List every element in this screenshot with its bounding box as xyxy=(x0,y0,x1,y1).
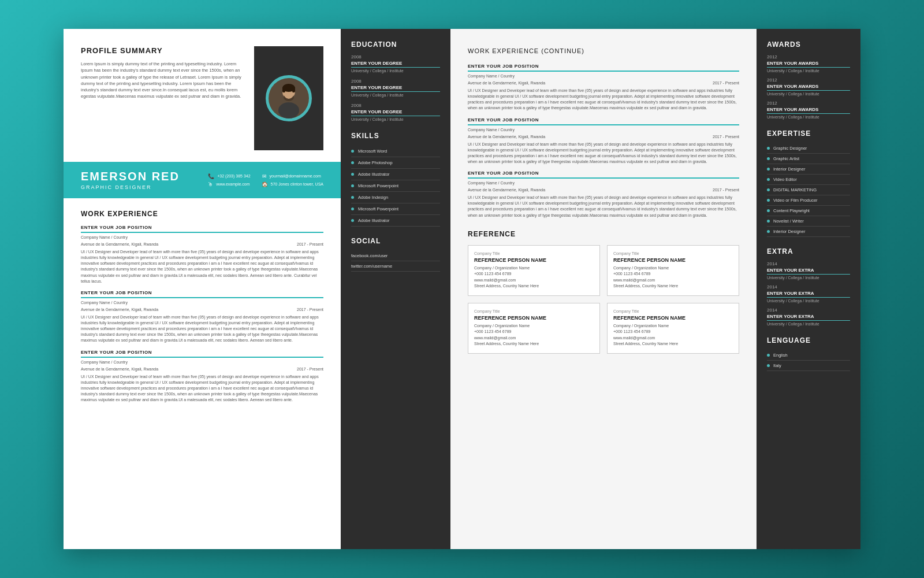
lang-dot-1 xyxy=(767,354,770,357)
expertise-4: Video Editor xyxy=(767,175,850,185)
edu-inst-3: University / Collega / Institute xyxy=(351,117,440,121)
expertise-7: Content Playwright xyxy=(767,206,850,216)
work-exp-label: WORK EXPERIENCE xyxy=(468,47,541,54)
skill-label-2: Adobe Photoshop xyxy=(358,160,393,165)
p2-job-meta-1: Company Name / Country xyxy=(468,74,739,78)
resume-container: PROFILE SUMMARY Lorem Ipsum is simply du… xyxy=(64,29,860,549)
extra-title: EXTRA xyxy=(767,247,850,255)
job-loc-2: Avenue de la Gendarmerie, Kigali, Rwanda xyxy=(81,307,158,312)
expertise-2: Graphic Artist xyxy=(767,154,850,164)
skill-5: Adobe Indesign xyxy=(351,192,440,203)
skill-bullet-2 xyxy=(351,161,354,164)
expertise-label-1: Graphic Designer xyxy=(773,146,807,151)
job-entry-1: ENTER YOUR JOB POSITION Company Name / C… xyxy=(81,225,323,284)
p2-job-title-1: ENTER YOUR JOB POSITION xyxy=(468,64,739,72)
skill-left-1: Microsoft Word xyxy=(351,149,387,154)
skill-label-4: Microsoft Powerpoint xyxy=(358,183,398,188)
expertise-9: Interior Designer xyxy=(767,227,850,237)
p2-date-3: 2017 - Present xyxy=(713,188,739,192)
ref-card-1: Company Title REFERENCE PERSON NAME Comp… xyxy=(468,245,600,296)
award-year-3: 2012 xyxy=(767,101,850,106)
education-title: EDUCATION xyxy=(351,40,440,49)
expertise-1: Graphic Designer xyxy=(767,143,850,154)
skill-4: Microsoft Powerpoint xyxy=(351,180,440,192)
p2-job-loc-3: Avenue de la Gendarmerie, Kigali, Rwanda… xyxy=(468,188,739,192)
p2-company-3: Company Name / Country xyxy=(468,181,515,185)
phone-contact: 📞 +32 (203) 385 342 xyxy=(208,173,250,179)
p2-job-1: ENTER YOUR JOB POSITION Company Name / C… xyxy=(468,64,739,117)
job-date-1: 2017 - Present xyxy=(297,242,323,246)
skill-left-4: Microsoft Powerpoint xyxy=(351,183,398,188)
ref-detail-4: Company / Organization Name+000 1123 454… xyxy=(613,323,733,347)
profile-avatar-svg xyxy=(269,78,309,118)
job-location-1: Avenue de la Gendarmerie, Kigali, Rwanda… xyxy=(81,242,323,246)
p2-job-title-3: ENTER YOUR JOB POSITION xyxy=(468,171,739,179)
skill-6: Microsoft Powerpoint xyxy=(351,203,440,215)
edu-entry-1: 2008 ENTER YOUR DEGREE University / Coll… xyxy=(351,54,440,73)
skill-bullet-5 xyxy=(351,196,354,199)
p2-job-meta-2: Company Name / Country xyxy=(468,128,739,132)
dot-3 xyxy=(767,168,770,171)
edu-year-1: 2008 xyxy=(351,54,440,60)
ref-detail-2: Company / Organization Name+000 1123 454… xyxy=(613,265,733,290)
skill-label-1: Microsoft Word xyxy=(358,149,387,154)
edu-inst-1: University / Collega / Institute xyxy=(351,69,440,73)
ref-company-1: Company Title xyxy=(474,251,594,255)
p2-desc-1: UI / UX Designer and Developer lead of t… xyxy=(468,88,739,112)
skill-bullet-3 xyxy=(351,173,354,176)
ref-card-4: Company Title REFERENCE PERSON NAME Comp… xyxy=(607,303,739,354)
lang-1: English xyxy=(767,350,850,361)
job-date-3: 2017 - Present xyxy=(297,367,323,371)
dot-1 xyxy=(767,147,770,150)
award-entry-3: 2012 ENTER YOUR AWARDS University / Coll… xyxy=(767,101,850,119)
contact-info: 📞 +32 (203) 385 342 ✉ yourmail@domainnam… xyxy=(208,173,323,187)
extra-inst-1: University / Collega / Institute xyxy=(767,276,850,280)
contact-row-2: 🖱 www.example.com 🏠 570 Jones clinton to… xyxy=(208,181,323,187)
svg-rect-6 xyxy=(282,87,285,92)
page1-work-section: WORK EXPERIENCE ENTER YOUR JOB POSITION … xyxy=(64,198,341,549)
extra-year-1: 2014 xyxy=(767,261,850,266)
skill-bullet-4 xyxy=(351,184,354,187)
job-meta-1: Company Name / Country xyxy=(81,235,323,239)
email-contact: ✉ yourmail@domainname.com xyxy=(262,173,321,179)
awards-title: AWARDS xyxy=(767,40,850,49)
job-meta-3: Company Name / Country xyxy=(81,360,323,364)
social-2: twitter.com/username xyxy=(351,261,440,272)
expertise-label-6: Video or Film Producer xyxy=(773,198,818,203)
svg-rect-7 xyxy=(292,87,295,92)
ref-company-4: Company Title xyxy=(613,309,733,313)
award-inst-2: University / Collega / Institute xyxy=(767,92,850,96)
social-title: SOCIAL xyxy=(351,237,440,245)
dot-5 xyxy=(767,188,770,191)
skill-3: Adobe Illustrator xyxy=(351,169,440,180)
expertise-label-8: Novelist / Writer xyxy=(773,218,804,224)
job-location-3: Avenue de la Gendarmerie, Kigali, Rwanda… xyxy=(81,367,323,371)
award-entry-2: 2012 ENTER YOUR AWARDS University / Coll… xyxy=(767,77,850,96)
web-icon: 🖱 xyxy=(208,181,213,187)
job-desc-2: UI / UX Designer and Developer lead of t… xyxy=(81,314,323,344)
job-loc-3: Avenue de la Gendarmerie, Kigali, Rwanda xyxy=(81,367,158,371)
ref-company-3: Company Title xyxy=(474,309,594,313)
photo-box xyxy=(254,46,323,150)
expertise-3: Interior Designer xyxy=(767,164,850,175)
award-inst-1: University / Collega / Institute xyxy=(767,69,850,73)
email-icon: ✉ xyxy=(262,173,267,179)
award-year-2: 2012 xyxy=(767,77,850,83)
lang-label-1: English xyxy=(773,353,788,358)
skill-label-6: Microsoft Powerpoint xyxy=(358,206,398,212)
skill-left-6: Microsoft Powerpoint xyxy=(351,206,398,212)
p2-job-title-2: ENTER YOUR JOB POSITION xyxy=(468,117,739,125)
skill-label-5: Adobe Indesign xyxy=(358,195,388,200)
job-company-2: Company Name / Country xyxy=(81,301,128,305)
p2-job-meta-3: Company Name / Country xyxy=(468,181,739,185)
skill-label-7: Adobe Illustrator xyxy=(358,218,390,223)
p2-loc-2: Avenue de la Gendarmerie, Kigali, Rwanda xyxy=(468,135,545,139)
job-entry-2: ENTER YOUR JOB POSITION Company Name / C… xyxy=(81,290,323,344)
p2-job-2: ENTER YOUR JOB POSITION Company Name / C… xyxy=(468,117,739,171)
extra-label-2: ENTER YOUR EXTRA xyxy=(767,291,850,298)
p2-job-loc-2: Avenue de la Gendarmerie, Kigali, Rwanda… xyxy=(468,135,739,139)
job-loc-1: Avenue de la Gendarmerie, Kigali, Rwanda xyxy=(81,242,158,246)
expertise-label-3: Interior Designer xyxy=(773,166,805,172)
edu-degree-1: ENTER YOUR DEGREE xyxy=(351,61,440,68)
extra-label-3: ENTER YOUR EXTRA xyxy=(767,314,850,321)
